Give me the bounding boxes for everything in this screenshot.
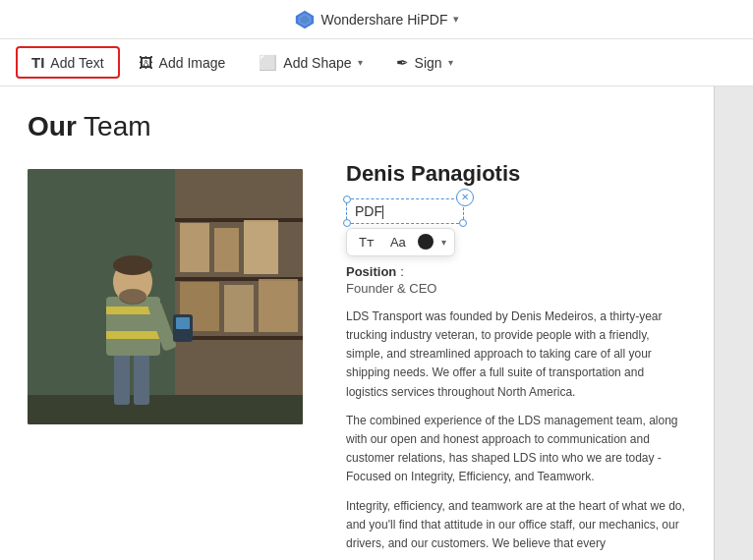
position-value: Founder & CEO — [346, 281, 686, 296]
add-image-icon: 🖼 — [139, 54, 153, 71]
format-toolbar: Tᴛ Aa ▾ — [346, 228, 455, 256]
add-image-label: Add Image — [159, 55, 226, 71]
position-label: Position — [346, 264, 396, 279]
left-column — [28, 161, 322, 560]
right-sidebar — [714, 86, 753, 560]
svg-rect-26 — [176, 317, 190, 329]
svg-rect-10 — [214, 228, 239, 272]
add-text-icon: TI — [31, 54, 44, 71]
add-text-button[interactable]: TI Add Text — [16, 46, 120, 79]
sign-icon: ✒ — [396, 54, 409, 72]
svg-rect-5 — [175, 218, 303, 222]
resize-handle-br[interactable] — [459, 219, 467, 227]
font-style-button[interactable]: Tᴛ — [355, 233, 378, 252]
text-input-value[interactable]: PDF — [355, 203, 382, 219]
main-area: Our Team — [0, 86, 753, 560]
person-image — [28, 169, 303, 424]
heading-normal: Team — [77, 111, 151, 141]
add-shape-chevron: ▾ — [358, 57, 363, 68]
svg-point-22 — [113, 255, 152, 275]
person-name: Denis Panagiotis — [346, 161, 686, 187]
svg-point-23 — [119, 289, 146, 305]
add-shape-label: Add Shape — [283, 55, 351, 71]
sign-chevron: ▾ — [448, 57, 453, 68]
resize-handle-bl[interactable] — [343, 219, 351, 227]
right-column: Denis Panagiotis PDF ✕ Tᴛ Aa — [346, 161, 686, 560]
position-row: Position : — [346, 264, 686, 279]
heading-bold: Our — [28, 111, 77, 141]
page-heading: Our Team — [28, 110, 686, 143]
body-paragraph-1: LDS Transport was founded by Denis Medei… — [346, 308, 686, 402]
add-shape-button[interactable]: ⬜ Add Shape ▾ — [244, 47, 376, 79]
position-colon: : — [400, 264, 404, 279]
app-title: Wondershare HiPDF — [321, 12, 448, 28]
text-input-overlay[interactable]: PDF ✕ Tᴛ Aa ▾ — [346, 198, 464, 256]
app-logo: Wondershare HiPDF ▾ — [294, 9, 460, 30]
svg-rect-14 — [259, 279, 298, 332]
app-menu-chevron[interactable]: ▾ — [453, 13, 459, 26]
svg-rect-15 — [28, 395, 303, 424]
top-bar: Wondershare HiPDF ▾ — [0, 0, 753, 39]
svg-rect-13 — [224, 285, 254, 332]
svg-rect-11 — [244, 220, 278, 274]
sign-label: Sign — [415, 55, 442, 71]
pdf-page: Our Team — [0, 86, 714, 560]
format-chevron[interactable]: ▾ — [441, 237, 446, 248]
add-image-button[interactable]: 🖼 Add Image — [124, 47, 241, 78]
svg-rect-9 — [180, 223, 209, 272]
add-shape-icon: ⬜ — [259, 54, 277, 72]
svg-rect-16 — [114, 351, 130, 405]
svg-rect-7 — [175, 336, 303, 340]
svg-rect-20 — [106, 331, 160, 339]
add-text-label: Add Text — [50, 55, 103, 71]
logo-icon — [294, 9, 316, 30]
sign-button[interactable]: ✒ Sign ▾ — [381, 47, 468, 79]
font-size-button[interactable]: Aa — [386, 233, 410, 252]
two-column-layout: Denis Panagiotis PDF ✕ Tᴛ Aa — [28, 161, 686, 560]
resize-handle-tl[interactable] — [343, 196, 351, 203]
body-paragraph-3: Integrity, efficiency, and teamwork are … — [346, 497, 686, 554]
text-box[interactable]: PDF — [346, 198, 464, 224]
toolbar: TI Add Text 🖼 Add Image ⬜ Add Shape ▾ ✒ … — [0, 39, 753, 86]
text-box-close-button[interactable]: ✕ — [456, 189, 474, 206]
body-paragraph-2: The combined experience of the LDS manag… — [346, 412, 686, 487]
text-cursor — [382, 205, 383, 219]
color-picker-button[interactable] — [418, 234, 434, 250]
svg-rect-17 — [134, 351, 149, 405]
warehouse-illustration — [28, 169, 303, 424]
